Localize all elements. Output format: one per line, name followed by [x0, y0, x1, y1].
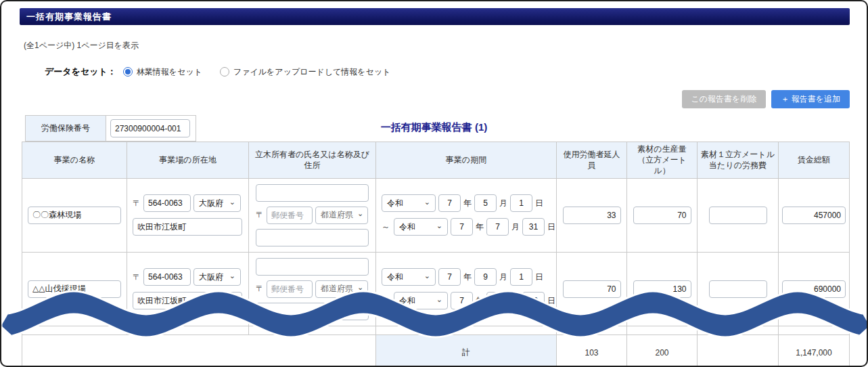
totals-row: 計 103 200 1,147,000 [22, 334, 850, 367]
labor-cost-input[interactable] [709, 280, 767, 298]
report-actions: この報告書を削除 ＋ 報告書を追加 [682, 90, 850, 108]
start-day-input[interactable] [510, 268, 532, 286]
prefecture-select[interactable]: 大阪府 ⌄ [193, 194, 241, 212]
owner-prefecture-placeholder: 都道府県 [321, 209, 353, 221]
business-address-cell: 〒 大阪府 ⌄ [127, 252, 249, 326]
address-input[interactable] [133, 292, 242, 309]
total-workers: 103 [557, 334, 627, 367]
wages-input[interactable] [782, 280, 846, 298]
prefecture-value: 大阪府 [199, 198, 223, 209]
total-production: 200 [627, 334, 698, 367]
header-tree-owner: 立木所有者の氏名又は名称及び住所 [249, 142, 376, 179]
report-section-title: 一括有期事業報告書 (1) [1, 121, 867, 134]
start-era-select[interactable]: 令和 ⌄ [382, 194, 436, 212]
production-input[interactable] [633, 280, 691, 298]
postal-code-input[interactable] [143, 194, 191, 212]
workers-cell [557, 178, 627, 252]
year-unit: 年 [476, 295, 484, 307]
wages-input[interactable] [782, 207, 846, 224]
tree-owner-cell: 〒 都道府県 ⌄ [249, 178, 376, 252]
end-era-select[interactable]: 令和 ⌄ [394, 218, 448, 236]
wages-cell [779, 252, 850, 326]
end-era-select[interactable]: 令和 ⌄ [394, 292, 448, 309]
owner-postal-input[interactable] [267, 280, 313, 298]
business-report-table: 事業の名称 事業場の所在地 立木所有者の氏名又は名称及び住所 事業の期間 使用労… [22, 142, 850, 367]
header-workers: 使用労働者延人員 [557, 142, 627, 179]
header-business-address: 事業場の所在地 [127, 142, 249, 179]
business-period-cell: 令和 ⌄ 年 月 日 ～ [376, 252, 557, 326]
owner-name-input[interactable] [256, 184, 369, 202]
data-set-label: データをセット： [45, 66, 116, 78]
postal-code-input[interactable] [143, 268, 191, 286]
end-month-input[interactable] [486, 292, 509, 309]
business-name-input[interactable] [28, 280, 121, 298]
owner-postal-input[interactable] [267, 207, 313, 224]
radio-file-upload[interactable]: ファイルをアップロードして情報をセット [220, 66, 391, 78]
postal-mark: 〒 [133, 272, 141, 283]
owner-address-input[interactable] [256, 303, 369, 320]
postal-mark: 〒 [256, 209, 264, 221]
address-input[interactable] [133, 218, 242, 236]
owner-name-input[interactable] [256, 258, 369, 276]
production-input[interactable] [633, 207, 691, 224]
start-year-input[interactable] [438, 194, 461, 212]
start-month-input[interactable] [474, 268, 497, 286]
radio-forestry-info[interactable]: 林業情報をセット [123, 66, 202, 78]
owner-prefecture-select[interactable]: 都道府県 ⌄ [315, 280, 368, 298]
workers-input[interactable] [563, 280, 621, 298]
radio-unselected-icon[interactable] [220, 67, 229, 77]
end-day-input[interactable] [522, 292, 545, 309]
business-name-input[interactable] [28, 207, 121, 224]
header-labor-cost: 素材１立方メートル当たりの労務費 [698, 142, 779, 179]
end-era-value: 令和 [399, 295, 415, 307]
table-header-row: 事業の名称 事業場の所在地 立木所有者の氏名又は名称及び住所 事業の期間 使用労… [22, 142, 850, 179]
start-year-input[interactable] [438, 268, 461, 286]
prefecture-select[interactable]: 大阪府 ⌄ [193, 268, 241, 286]
start-era-select[interactable]: 令和 ⌄ [382, 268, 436, 286]
end-year-input[interactable] [451, 218, 473, 236]
labor-cost-input[interactable] [709, 207, 767, 224]
workers-cell [557, 252, 627, 326]
chevron-down-icon: ⌄ [357, 210, 363, 217]
labor-cost-cell [698, 252, 779, 326]
radio-selected-icon[interactable] [123, 67, 133, 77]
tree-owner-cell: 〒 都道府県 ⌄ [249, 252, 376, 326]
postal-mark: 〒 [133, 198, 141, 209]
total-wages: 1,147,000 [779, 334, 850, 367]
end-month-input[interactable] [486, 218, 509, 236]
radio-forestry-label: 林業情報をセット [137, 66, 202, 78]
prefecture-value: 大阪府 [199, 272, 223, 283]
header-business-period: 事業の期間 [376, 142, 557, 179]
workers-input[interactable] [563, 207, 621, 224]
owner-prefecture-select[interactable]: 都道府県 ⌄ [315, 207, 368, 224]
business-period-cell: 令和 ⌄ 年 月 日 ～ [376, 178, 557, 252]
report-page: 一括有期事業報告書 (全1ページ中) 1ページ目を表示 データをセット： 林業情… [0, 0, 868, 367]
table-row: 〒 大阪府 ⌄ 〒 [22, 252, 850, 326]
owner-prefecture-placeholder: 都道府県 [321, 283, 353, 295]
start-month-input[interactable] [474, 194, 497, 212]
total-label-cell: 計 [376, 334, 557, 367]
month-unit: 月 [499, 198, 507, 209]
total-labor-cost [698, 334, 779, 367]
start-day-input[interactable] [510, 194, 532, 212]
delete-report-button[interactable]: この報告書を削除 [682, 90, 767, 108]
day-unit: 日 [547, 221, 555, 233]
year-unit: 年 [476, 221, 484, 233]
wages-cell [779, 178, 850, 252]
add-report-button[interactable]: ＋ 報告書を追加 [771, 90, 850, 108]
range-tilde: ～ [382, 221, 390, 233]
end-year-input[interactable] [451, 292, 473, 309]
production-cell [627, 252, 698, 326]
totals-empty-cell [22, 334, 376, 367]
month-unit: 月 [511, 295, 520, 307]
chevron-down-icon: ⌄ [424, 272, 430, 280]
chevron-down-icon: ⌄ [436, 296, 442, 303]
chevron-down-icon: ⌄ [229, 272, 235, 280]
header-total-wages: 賃金総額 [779, 142, 850, 179]
chevron-down-icon: ⌄ [357, 284, 363, 291]
range-tilde: ～ [382, 295, 390, 307]
month-unit: 月 [499, 272, 507, 283]
end-day-input[interactable] [522, 218, 545, 236]
owner-address-input[interactable] [256, 229, 369, 246]
radio-file-upload-label: ファイルをアップロードして情報をセット [233, 66, 391, 78]
